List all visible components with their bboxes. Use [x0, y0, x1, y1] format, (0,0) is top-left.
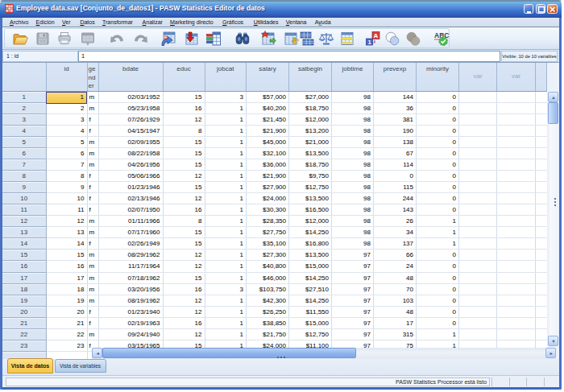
svg-text:1: 1: [367, 39, 371, 46]
svg-text:A: A: [374, 32, 379, 39]
